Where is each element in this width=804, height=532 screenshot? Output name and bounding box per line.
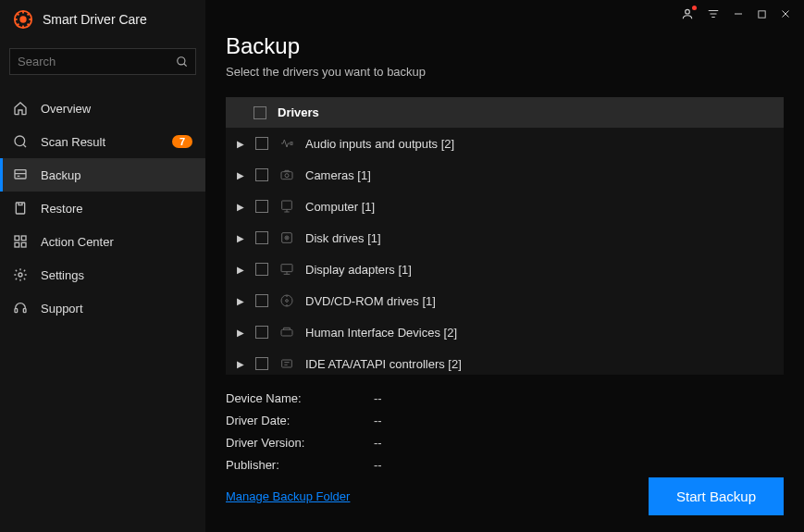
driver-checkbox[interactable] [255, 294, 268, 307]
driver-label: Computer [1] [305, 200, 375, 214]
page-title: Backup [226, 33, 784, 59]
svg-point-21 [286, 237, 287, 238]
sidebar-item-label: Support [41, 302, 83, 315]
svg-rect-19 [282, 233, 292, 243]
sidebar: Smart Driver Care Overview Scan Result 7 [0, 0, 205, 532]
driver-checkbox[interactable] [255, 200, 268, 213]
device-category-icon [279, 325, 294, 340]
svg-point-13 [686, 9, 690, 14]
svg-rect-16 [281, 172, 292, 179]
device-category-icon [279, 293, 294, 308]
svg-rect-4 [15, 170, 26, 179]
svg-rect-5 [16, 203, 24, 214]
sidebar-item-label: Settings [41, 268, 84, 282]
sidebar-item-settings[interactable]: Settings [0, 258, 205, 291]
expand-arrow-icon[interactable]: ▶ [237, 202, 244, 212]
expand-arrow-icon[interactable]: ▶ [237, 139, 244, 149]
sidebar-item-scan-result[interactable]: Scan Result 7 [0, 125, 205, 158]
svg-point-2 [178, 56, 185, 64]
driver-row[interactable]: ▶IDE ATA/ATAPI controllers [2] [226, 348, 784, 375]
content: Backup Select the drivers you want to ba… [205, 28, 804, 461]
account-icon[interactable] [681, 7, 694, 20]
device-category-icon [279, 356, 294, 371]
svg-rect-26 [282, 360, 292, 367]
maximize-icon[interactable] [757, 9, 767, 19]
driver-checkbox[interactable] [255, 137, 268, 150]
minimize-icon[interactable] [733, 8, 744, 19]
sidebar-item-support[interactable]: Support [0, 291, 205, 325]
sidebar-item-overview[interactable]: Overview [0, 92, 205, 125]
search-container [9, 48, 196, 75]
driver-row[interactable]: ▶Human Interface Devices [2] [226, 316, 784, 348]
expand-arrow-icon[interactable]: ▶ [237, 328, 244, 338]
driver-checkbox[interactable] [255, 168, 268, 181]
driver-checkbox[interactable] [255, 357, 268, 370]
expand-arrow-icon[interactable]: ▶ [237, 233, 244, 243]
svg-rect-7 [21, 236, 26, 241]
sidebar-item-label: Scan Result [41, 135, 105, 149]
expand-arrow-icon[interactable]: ▶ [237, 170, 244, 180]
headset-icon [13, 301, 28, 315]
sidebar-item-action-center[interactable]: Action Center [0, 225, 205, 258]
brand-title: Smart Driver Care [43, 12, 147, 27]
svg-point-10 [19, 273, 22, 277]
device-category-icon [279, 167, 294, 182]
svg-rect-15 [291, 142, 292, 145]
driver-row[interactable]: ▶Display adapters [1] [226, 254, 784, 285]
driver-label: Disk drives [1] [305, 231, 381, 245]
svg-point-1 [19, 16, 26, 22]
driver-checkbox[interactable] [255, 263, 268, 276]
driver-panel: Drivers ▶Audio inputs and outputs [2]▶Ca… [226, 97, 784, 375]
svg-point-17 [285, 174, 289, 178]
gear-icon [13, 267, 28, 282]
sidebar-item-label: Backup [41, 168, 80, 182]
search-input[interactable] [9, 48, 196, 75]
sidebar-item-restore[interactable]: Restore [0, 192, 205, 225]
driver-label: Cameras [1] [305, 168, 371, 182]
driver-list[interactable]: ▶Audio inputs and outputs [2]▶Cameras [1… [226, 128, 784, 375]
search-icon[interactable] [176, 56, 189, 68]
app-window: Smart Driver Care Overview Scan Result 7 [0, 0, 804, 532]
backup-icon [13, 167, 28, 182]
svg-rect-14 [759, 10, 765, 17]
device-category-icon [279, 262, 294, 277]
sidebar-item-label: Action Center [41, 235, 114, 249]
svg-point-20 [285, 236, 289, 240]
expand-arrow-icon[interactable]: ▶ [237, 359, 244, 369]
select-all-checkbox[interactable] [254, 106, 266, 119]
svg-rect-25 [281, 329, 292, 336]
manage-backup-folder-link[interactable]: Manage Backup Folder [226, 489, 350, 503]
menu-icon[interactable] [707, 7, 720, 20]
svg-rect-12 [23, 309, 26, 313]
svg-rect-18 [282, 201, 292, 209]
driver-label: Display adapters [1] [305, 263, 412, 277]
bottom-bar: Manage Backup Folder Start Backup [205, 461, 804, 532]
device-category-icon [279, 199, 294, 214]
driver-row[interactable]: ▶Cameras [1] [226, 159, 784, 191]
expand-arrow-icon[interactable]: ▶ [237, 265, 244, 275]
driver-header: Drivers [226, 97, 784, 128]
expand-arrow-icon[interactable]: ▶ [237, 296, 244, 306]
nav: Overview Scan Result 7 Backup Restore [0, 92, 205, 325]
close-icon[interactable] [780, 8, 791, 19]
grid-icon [13, 234, 28, 249]
start-backup-button[interactable]: Start Backup [649, 477, 784, 515]
svg-rect-11 [15, 309, 18, 313]
brand: Smart Driver Care [0, 0, 205, 43]
scan-badge: 7 [172, 135, 192, 148]
detail-value-driver-version: -- [374, 432, 382, 454]
svg-point-24 [286, 300, 289, 303]
driver-row[interactable]: ▶Disk drives [1] [226, 222, 784, 254]
driver-checkbox[interactable] [255, 231, 268, 244]
sidebar-item-backup[interactable]: Backup [0, 158, 205, 192]
main: Backup Select the drivers you want to ba… [205, 0, 804, 532]
driver-label: Human Interface Devices [2] [305, 326, 457, 340]
svg-rect-22 [281, 265, 292, 272]
driver-row[interactable]: ▶Computer [1] [226, 191, 784, 222]
driver-checkbox[interactable] [255, 326, 268, 339]
driver-row[interactable]: ▶Audio inputs and outputs [2] [226, 128, 784, 159]
driver-row[interactable]: ▶DVD/CD-ROM drives [1] [226, 285, 784, 316]
detail-value-driver-date: -- [374, 410, 382, 432]
brand-logo-icon [13, 9, 33, 30]
driver-label: IDE ATA/ATAPI controllers [2] [305, 357, 462, 371]
